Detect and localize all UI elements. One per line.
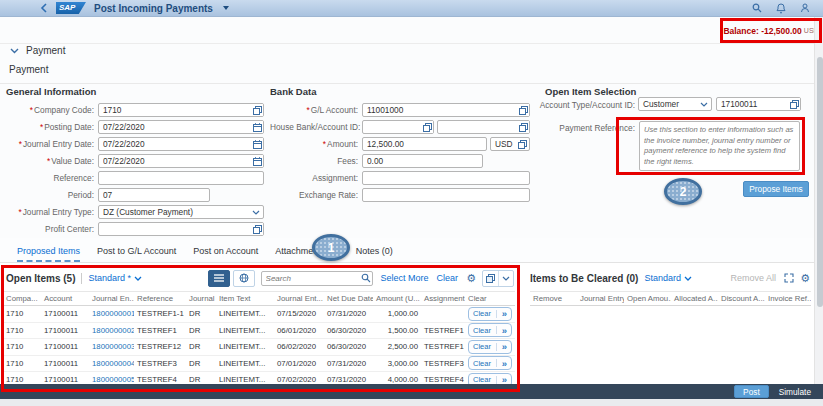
search-icon[interactable]: [749, 3, 765, 13]
value-help-icon[interactable]: [251, 104, 263, 116]
export-split-button[interactable]: [482, 270, 514, 287]
tab-proposed-items[interactable]: Proposed Items: [17, 246, 80, 262]
net-due-date-cell: 07/31/2020: [324, 355, 373, 372]
settings-gear-icon[interactable]: ⚙: [800, 273, 810, 284]
tab-notes[interactable]: Notes (0): [356, 246, 393, 262]
payment-reference-input[interactable]: Use this section to enter information su…: [639, 121, 800, 171]
journal-entry-link[interactable]: 1800000002: [89, 322, 134, 339]
person-icon[interactable]: [797, 3, 813, 13]
clear-link[interactable]: Clear: [437, 273, 459, 283]
value-help-icon[interactable]: [421, 121, 433, 133]
app-title[interactable]: Post Incoming Payments: [94, 3, 213, 14]
column-header[interactable]: Discount A...: [718, 292, 765, 306]
amount-input[interactable]: [362, 137, 487, 151]
vertical-scrollbar[interactable]: [814, 17, 823, 384]
required-asterisk: *: [19, 139, 22, 149]
post-button[interactable]: Post: [734, 385, 769, 398]
net-due-date-cell: 06/30/2020: [324, 322, 373, 339]
balance-display: Balance: -12,500.00 USD: [723, 21, 819, 40]
bank-data-title: Bank Data: [270, 86, 530, 97]
value-help-icon[interactable]: [251, 223, 263, 235]
settings-gear-icon[interactable]: ⚙: [466, 273, 476, 284]
column-header[interactable]: Journal ...: [186, 292, 216, 306]
assignment-input[interactable]: [362, 171, 530, 185]
profit-center-label: Profit Center:: [6, 224, 98, 234]
divider: [496, 376, 497, 384]
column-header[interactable]: Assignment: [421, 292, 465, 306]
search-icon[interactable]: [361, 273, 371, 283]
column-header[interactable]: Open Amou...: [624, 292, 671, 306]
column-header[interactable]: Amount (U...: [373, 292, 421, 306]
calendar-icon[interactable]: [251, 155, 263, 167]
payment-collapse-header[interactable]: Payment: [10, 45, 65, 56]
journal-entry-date-input[interactable]: [98, 137, 264, 151]
calendar-icon[interactable]: [251, 121, 263, 133]
select-more-link[interactable]: Select More: [381, 273, 429, 283]
profit-center-input[interactable]: [98, 222, 264, 236]
simulate-button[interactable]: Simulate: [779, 387, 811, 397]
open-item-row[interactable]: 1710171000111800000001TESTREF1-1DRLINEIT…: [3, 306, 515, 323]
clear-item-button[interactable]: Clear»: [468, 323, 512, 337]
account-type-select[interactable]: Customer: [638, 97, 712, 111]
double-chevron-right-icon[interactable]: »: [502, 342, 507, 351]
field-value-date: *Value Date:: [6, 154, 264, 168]
open-items-view-selector[interactable]: Standard *: [88, 273, 142, 283]
value-date-input[interactable]: [98, 154, 264, 168]
double-chevron-right-icon[interactable]: »: [502, 375, 507, 384]
clear-item-button[interactable]: Clear»: [468, 356, 512, 370]
double-chevron-right-icon[interactable]: »: [502, 359, 507, 368]
column-header[interactable]: Allocated A...: [671, 292, 718, 306]
column-header[interactable]: Journal Ent...: [274, 292, 324, 306]
column-header[interactable]: Journal En...: [89, 292, 134, 306]
back-button[interactable]: [40, 3, 48, 13]
clear-item-button[interactable]: Clear»: [468, 307, 512, 321]
open-item-row[interactable]: 1710171000111800000004TESTREF3DRLINEITEM…: [3, 355, 515, 372]
scrollbar-thumb[interactable]: [817, 57, 823, 307]
remove-all-button[interactable]: Remove All: [731, 273, 777, 283]
double-chevron-right-icon[interactable]: »: [502, 326, 507, 335]
journal-entry-link[interactable]: 1800000003: [89, 339, 134, 356]
value-help-icon[interactable]: [788, 98, 800, 110]
column-header[interactable]: Remove: [530, 292, 577, 306]
double-chevron-right-icon[interactable]: »: [502, 309, 507, 318]
chevron-down-icon: [684, 276, 692, 281]
clear-item-button[interactable]: Clear»: [468, 340, 512, 354]
amount-cell: 1,000.00: [373, 306, 421, 323]
assignment-cell: TESTREF3: [421, 355, 465, 372]
company-code-input[interactable]: [98, 103, 264, 117]
bottom-strip: [0, 399, 823, 406]
journal-entry-link[interactable]: 1800000001: [89, 306, 134, 323]
reference-input[interactable]: [98, 171, 264, 185]
period-input[interactable]: [98, 188, 210, 202]
expand-icon[interactable]: [784, 273, 794, 283]
journal-entry-link[interactable]: 1800000004: [89, 355, 134, 372]
posting-date-input[interactable]: [98, 120, 264, 134]
title-caret-icon[interactable]: [223, 6, 229, 10]
exchange-rate-input[interactable]: [362, 188, 530, 202]
period-label: Period:: [6, 190, 98, 200]
propose-items-button[interactable]: Propose Items: [743, 181, 809, 197]
bell-icon[interactable]: [773, 3, 789, 14]
table-view-button[interactable]: [208, 270, 230, 287]
column-header[interactable]: Net Due Date: [324, 292, 373, 306]
column-header[interactable]: Reference: [134, 292, 186, 306]
search-input[interactable]: [261, 271, 373, 286]
company-code-cell: 1710: [3, 355, 41, 372]
tab-post-on-account[interactable]: Post on Account: [193, 246, 258, 262]
value-help-icon: [518, 140, 527, 149]
currency-select[interactable]: USD: [490, 137, 530, 151]
open-item-row[interactable]: 1710171000111800000002TESTREF1DRLINEITEM…: [3, 322, 515, 339]
column-header[interactable]: Journal Entry: [577, 292, 624, 306]
column-header[interactable]: Account: [41, 292, 89, 306]
tab-post-to-gl-account[interactable]: Post to G/L Account: [97, 246, 176, 262]
column-header[interactable]: Clear: [465, 292, 515, 306]
journal-entry-type-select[interactable]: DZ (Customer Payment): [98, 205, 264, 219]
column-header[interactable]: Item Text: [216, 292, 274, 306]
column-header[interactable]: Invoice Ref...: [765, 292, 811, 306]
fees-input[interactable]: [362, 154, 483, 168]
open-item-row[interactable]: 1710171000111800000003TESTREF12DRLINEITE…: [3, 339, 515, 356]
column-header[interactable]: Compa...: [3, 292, 41, 306]
calendar-icon[interactable]: [251, 138, 263, 150]
items-to-be-cleared-view-selector[interactable]: Standard: [644, 273, 692, 283]
globe-view-button[interactable]: [233, 270, 255, 287]
